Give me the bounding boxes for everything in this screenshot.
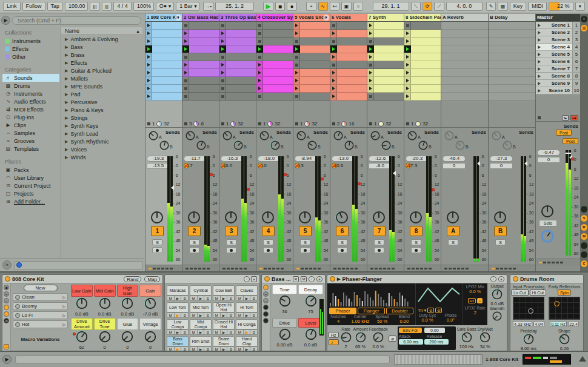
knob[interactable] bbox=[461, 331, 473, 343]
knob[interactable] bbox=[304, 328, 318, 341]
drum-pad-hi-tom[interactable]: Hi TomM▶S bbox=[236, 302, 258, 318]
knob[interactable] bbox=[121, 297, 134, 310]
scene-row[interactable]: Scene 88 bbox=[536, 73, 580, 80]
hot-swap-icon[interactable]: ◦ bbox=[244, 276, 250, 282]
knob[interactable] bbox=[261, 210, 275, 225]
clip-stop-button[interactable] bbox=[406, 122, 409, 125]
knob[interactable] bbox=[98, 330, 112, 343]
volume-value[interactable]: -6.0 bbox=[258, 163, 263, 168]
clip-drop-area[interactable] bbox=[293, 101, 330, 120]
knob[interactable] bbox=[523, 333, 535, 345]
pad-mute-button[interactable]: M bbox=[213, 296, 221, 301]
clip-stop-button[interactable] bbox=[332, 122, 335, 125]
knob[interactable] bbox=[444, 130, 455, 141]
drum-pad-bass-drum[interactable]: Bass DrumM▶S bbox=[167, 336, 189, 351]
clip-drop-area[interactable] bbox=[367, 101, 404, 120]
clip-slot-empty[interactable] bbox=[182, 93, 219, 101]
clip-drop-area[interactable] bbox=[404, 101, 441, 120]
output-icon[interactable]: → bbox=[4, 344, 9, 349]
capture-midi-button[interactable]: ○ bbox=[353, 2, 363, 11]
knob[interactable] bbox=[540, 204, 555, 219]
clip-slot-playing[interactable] bbox=[404, 45, 441, 53]
macro-value[interactable]: 62 bbox=[71, 345, 93, 350]
clip-slot[interactable] bbox=[404, 30, 441, 38]
collection-item[interactable]: Other bbox=[2, 53, 59, 61]
param-value[interactable]: 1.00 kHz bbox=[349, 319, 371, 324]
volume-value[interactable]: -17.3 bbox=[406, 163, 411, 168]
spin-xy-pad[interactable] bbox=[549, 297, 580, 320]
scene-row[interactable]: Scene 11 bbox=[536, 22, 580, 29]
pad-solo-button[interactable]: S bbox=[227, 329, 235, 335]
scene-row[interactable]: Scene 66 bbox=[536, 58, 580, 65]
scene-row[interactable]: Scene 22 bbox=[536, 29, 580, 36]
volume-value[interactable]: -8.0 bbox=[369, 163, 392, 169]
pan-knob[interactable] bbox=[409, 210, 423, 226]
clip-slot-playing[interactable] bbox=[293, 45, 330, 53]
knob[interactable] bbox=[479, 331, 491, 343]
knob[interactable] bbox=[492, 311, 503, 322]
knob[interactable] bbox=[307, 140, 318, 151]
scene-row[interactable]: Scene 99 bbox=[536, 80, 580, 87]
pad-solo-button[interactable]: S bbox=[204, 329, 212, 335]
pad-play-icon[interactable]: ▶ bbox=[244, 346, 251, 351]
pad-solo-button[interactable]: S bbox=[181, 346, 189, 351]
section-toggle-io[interactable] bbox=[581, 251, 587, 258]
clip-stop-button[interactable] bbox=[258, 122, 261, 125]
clip-slot-empty[interactable] bbox=[293, 38, 330, 45]
phase-icon[interactable]: Φ bbox=[427, 308, 434, 313]
scene-row[interactable]: Scene 44 bbox=[536, 44, 580, 51]
track-activator-button[interactable]: 4 bbox=[262, 226, 275, 236]
clip-slot[interactable] bbox=[256, 61, 293, 69]
pad-solo-button[interactable]: S bbox=[227, 296, 235, 301]
notch-display[interactable]: PhaserFlangerDoubler NotchesCenterSpread… bbox=[327, 283, 415, 325]
lfo2-rate-value[interactable]: 2 bbox=[463, 310, 488, 316]
send-b-knob[interactable]: B bbox=[307, 140, 321, 152]
midi-map-button[interactable]: MIDI bbox=[528, 2, 547, 11]
cpu-menu-arrow[interactable]: ▾ bbox=[575, 2, 585, 11]
pad-mute-button[interactable]: M bbox=[213, 312, 221, 318]
solo-button[interactable]: S bbox=[495, 239, 506, 245]
track-header[interactable]: 1 808 Core Kit▾ bbox=[145, 14, 182, 22]
send-a-post-button[interactable]: Post bbox=[556, 130, 572, 136]
clip-slot-empty[interactable] bbox=[256, 22, 293, 30]
tap-tempo-button[interactable]: Tap bbox=[47, 2, 64, 11]
new-variation-button[interactable]: New bbox=[24, 285, 58, 291]
spin-amount-value[interactable]: 22.4 bbox=[568, 321, 579, 327]
knob[interactable] bbox=[278, 294, 292, 308]
fader-handle[interactable] bbox=[524, 161, 527, 166]
pad-play-icon[interactable]: ▶ bbox=[175, 296, 182, 301]
category-item-plug-ins[interactable]: ⬡Plug-Ins bbox=[2, 113, 59, 121]
browser-folder[interactable]: ▶Ambient & Evolving bbox=[61, 35, 142, 43]
hot-swap-icon[interactable]: ◦ bbox=[490, 276, 496, 282]
amount-value[interactable]: 65 % bbox=[353, 344, 368, 349]
clip-slot[interactable] bbox=[145, 77, 182, 85]
scene-row[interactable]: Scene 33 bbox=[536, 36, 580, 44]
browser-folder[interactable]: ▶MPE Sounds bbox=[61, 82, 142, 90]
clip-slot[interactable] bbox=[219, 61, 256, 69]
clip-slot-empty[interactable] bbox=[219, 93, 256, 101]
place-item[interactable]: ⊞Add Folder... bbox=[2, 197, 59, 205]
volume-value[interactable]: -10.6 bbox=[332, 163, 337, 168]
knob[interactable] bbox=[335, 210, 349, 225]
clip-slot-playing[interactable] bbox=[182, 45, 219, 53]
place-item[interactable]: ◠User Library bbox=[2, 174, 59, 182]
show-hide-device-area-icon[interactable] bbox=[579, 356, 586, 362]
knob[interactable] bbox=[144, 330, 157, 343]
clip-slot-empty[interactable] bbox=[330, 61, 367, 69]
device-on-icon[interactable] bbox=[330, 276, 335, 282]
send-b-post-button[interactable]: Post bbox=[563, 138, 578, 144]
feedback-value[interactable]: 0.0 % bbox=[369, 344, 388, 349]
clip-slot[interactable] bbox=[330, 69, 367, 77]
clip-slot[interactable] bbox=[145, 30, 182, 38]
track-header[interactable]: 5 Vocals Slice▾ bbox=[293, 14, 330, 22]
clip-slot[interactable] bbox=[404, 53, 441, 61]
pad-play-icon[interactable]: ▶ bbox=[244, 329, 251, 335]
clip-slot[interactable] bbox=[330, 53, 367, 61]
category-item-midi-effects[interactable]: ⇶MIDI Effects bbox=[2, 105, 59, 113]
volume-value[interactable]: -6.7 bbox=[184, 163, 189, 168]
chevron-down-icon[interactable]: ▾ bbox=[323, 15, 329, 21]
clip-slot-empty[interactable] bbox=[219, 85, 256, 93]
lock-icon[interactable]: a bbox=[316, 276, 322, 282]
place-item[interactable]: ⊡Current Project bbox=[2, 182, 59, 190]
knob[interactable] bbox=[278, 328, 292, 341]
